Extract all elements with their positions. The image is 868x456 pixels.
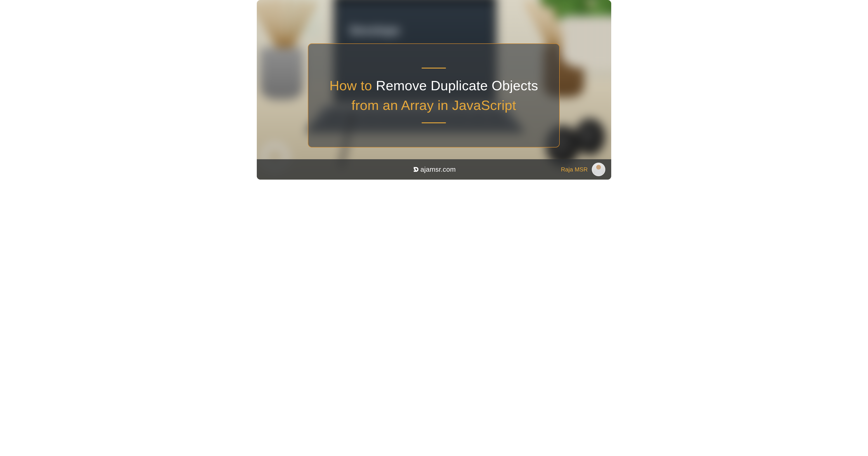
title-card: How to Remove Duplicate Objects from an … — [308, 44, 560, 147]
accent-line-top — [422, 68, 446, 68]
brand-logo-icon — [412, 166, 419, 173]
footer-bar: ajamsr.com Raja MSR — [257, 159, 611, 179]
brand: ajamsr.com — [412, 166, 456, 173]
avatar — [592, 163, 605, 176]
author-name: Raja MSR — [561, 166, 588, 173]
brand-text: ajamsr.com — [421, 166, 456, 173]
title-seg-0: How to — [329, 78, 376, 93]
author-block: Raja MSR — [561, 159, 605, 179]
pencil-cup-left — [260, 48, 303, 99]
laptop-topbar — [336, 0, 494, 3]
laptop-screen-text: Devslope — [350, 24, 400, 37]
blog-cover-image: Devslope — [257, 0, 611, 179]
title-seg-1: Remove Duplicate Objects — [376, 78, 538, 93]
cover-title: How to Remove Duplicate Objects from an … — [321, 76, 547, 115]
title-seg-2: from an Array in JavaScript — [351, 98, 516, 113]
plant-pot — [561, 16, 611, 68]
accent-line-bottom — [422, 122, 446, 123]
